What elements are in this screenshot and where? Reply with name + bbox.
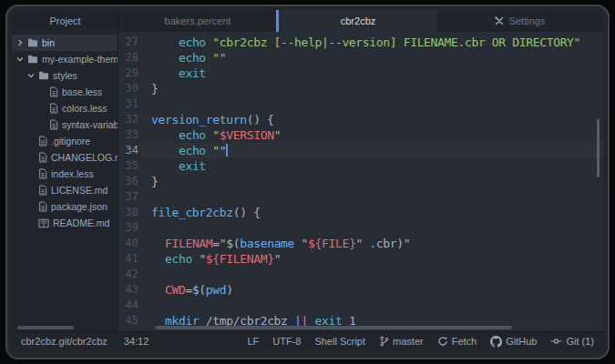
- tree-item-license-md[interactable]: LICENSE.md: [12, 182, 118, 198]
- tree-item-colors-less[interactable]: colors.less: [12, 100, 118, 116]
- tree-item-base-less[interactable]: base.less: [12, 84, 118, 100]
- code-line-28[interactable]: 28 echo "": [118, 50, 603, 66]
- line-number: 32: [118, 112, 138, 127]
- code-line-33[interactable]: 33 echo "$VERSION": [118, 127, 603, 143]
- line-number: 34: [118, 143, 138, 158]
- status-github[interactable]: GitHub: [490, 336, 537, 348]
- tree-item-package-json[interactable]: package.json: [12, 198, 118, 215]
- line-code: echo "": [138, 50, 226, 66]
- file-icon: [49, 119, 58, 130]
- status-label: GitHub: [506, 336, 537, 347]
- folder-icon: [38, 71, 49, 80]
- line-number: 45: [118, 313, 138, 329]
- tree-item-label: README.md: [53, 217, 109, 228]
- line-code: exit: [138, 66, 206, 81]
- code-editor[interactable]: 27 echo "cbr2cbz [--help|--version] FILE…: [118, 32, 603, 331]
- code-line-29[interactable]: 29 exit: [118, 66, 603, 81]
- tab-cbr2cbz[interactable]: cbr2cbz: [279, 10, 437, 32]
- tree-item--gitignore[interactable]: .gitignore: [12, 133, 118, 149]
- cursor-position[interactable]: 34:12: [124, 336, 149, 347]
- code-line-37[interactable]: 37: [118, 189, 603, 205]
- tab-label: bakers.percent: [165, 15, 231, 26]
- tab-settings[interactable]: Settings: [437, 10, 601, 32]
- file-icon: [38, 168, 47, 179]
- file-icon: [38, 136, 47, 147]
- status-left: cbr2cbz.git/cbr2cbz 34:12: [21, 336, 149, 347]
- line-number: 43: [118, 282, 138, 298]
- line-code: exit: [138, 158, 206, 174]
- tree-item-label: index.less: [51, 168, 94, 179]
- line-number: 33: [118, 127, 138, 143]
- tree-view-sidebar: binmy-example-theme-systylesbase.lesscol…: [12, 32, 118, 331]
- tab-bakers-percent[interactable]: bakers.percent: [119, 10, 276, 32]
- tree-item-index-less[interactable]: index.less: [12, 166, 118, 182]
- line-code: FILENAM="$(basename "${FILE}" .cbr)": [138, 236, 410, 251]
- folder-icon: [27, 55, 38, 64]
- code-line-32[interactable]: 32version_return() {: [118, 112, 603, 127]
- text-cursor: [226, 144, 228, 157]
- sidebar-horizontal-scrollbar[interactable]: [17, 326, 74, 329]
- chevron-down-icon[interactable]: [26, 72, 35, 79]
- code-line-36[interactable]: 36}: [118, 174, 603, 189]
- sync-icon: [437, 336, 448, 347]
- tree-item-label: CHANGELOG.md: [51, 152, 118, 163]
- file-icon: [38, 201, 47, 212]
- code-line-34[interactable]: 34 echo "": [118, 143, 603, 158]
- tree-item-syntax-variable[interactable]: syntax-variable: [12, 116, 118, 133]
- project-dock-tab[interactable]: Project: [12, 10, 119, 32]
- status-fetch[interactable]: Fetch: [437, 336, 477, 347]
- chevron-right-icon[interactable]: [15, 39, 24, 46]
- line-code: }: [138, 81, 158, 96]
- tree-item-label: base.less: [62, 86, 102, 97]
- code-line-35[interactable]: 35 exit: [118, 158, 603, 174]
- file-path: cbr2cbz.git/cbr2cbz: [21, 336, 108, 347]
- atom-app: Project bakers.percentcbr2cbzSettings bi…: [12, 10, 603, 350]
- code-line-44[interactable]: 44: [118, 298, 603, 313]
- folder-icon: [27, 38, 38, 47]
- line-code: [138, 96, 151, 112]
- status-git-1-[interactable]: Git (1): [550, 336, 594, 347]
- line-code: [138, 267, 151, 282]
- tree-item-label: .gitignore: [51, 136, 90, 147]
- editor-window: Project bakers.percentcbr2cbzSettings bi…: [5, 5, 610, 359]
- code-line-43[interactable]: 43 CWD=$(pwd): [118, 282, 603, 298]
- code-line-40[interactable]: 40 FILENAM="$(basename "${FILE}" .cbr)": [118, 236, 603, 251]
- code-line-41[interactable]: 41 echo "${FILENAM}": [118, 251, 603, 267]
- code-line-42[interactable]: 42: [118, 267, 603, 282]
- line-number: 41: [118, 251, 138, 267]
- tree-item-readme-md[interactable]: README.md: [12, 215, 118, 231]
- tree-item-my-example-theme-sy[interactable]: my-example-theme-sy: [12, 51, 118, 67]
- tools-icon: [494, 15, 505, 26]
- line-code: echo "cbr2cbz [--help|--version] FILENAM…: [138, 35, 580, 50]
- file-icon: [49, 103, 58, 114]
- line-number: 40: [118, 236, 138, 251]
- line-number: 28: [118, 50, 138, 66]
- file-icon: [38, 185, 47, 196]
- editor-horizontal-scrollbar[interactable]: [155, 326, 512, 329]
- line-code: echo "${FILENAM}": [138, 251, 281, 267]
- line-number: 29: [118, 66, 138, 81]
- branch-icon: [379, 336, 389, 347]
- tree-item-changelog-md[interactable]: CHANGELOG.md: [12, 149, 118, 166]
- status-label: Fetch: [452, 336, 477, 347]
- tree-item-bin[interactable]: bin: [12, 35, 118, 51]
- status-label: Git (1): [566, 336, 594, 347]
- status-shell-script[interactable]: Shell Script: [314, 336, 365, 347]
- tree-item-label: syntax-variable: [62, 119, 118, 130]
- line-number: 27: [118, 35, 138, 50]
- status-utf-8[interactable]: UTF-8: [272, 336, 301, 347]
- status-master[interactable]: master: [379, 336, 424, 347]
- tree-item-styles[interactable]: styles: [12, 67, 118, 84]
- chevron-down-icon[interactable]: [15, 56, 24, 63]
- status-lf[interactable]: LF: [247, 336, 259, 347]
- file-tree: binmy-example-theme-systylesbase.lesscol…: [12, 35, 118, 231]
- code-line-38[interactable]: 38file_cbr2cbz() {: [118, 205, 603, 220]
- code-line-31[interactable]: 31: [118, 96, 603, 112]
- code-line-30[interactable]: 30}: [118, 81, 603, 96]
- editor-vertical-scrollbar[interactable]: [597, 118, 600, 177]
- line-code: echo "": [138, 143, 228, 158]
- project-dock-label: Project: [49, 15, 80, 26]
- code-line-39[interactable]: 39: [118, 220, 603, 236]
- code-line-27[interactable]: 27 echo "cbr2cbz [--help|--version] FILE…: [118, 35, 603, 50]
- tree-item-label: my-example-theme-sy: [42, 54, 118, 65]
